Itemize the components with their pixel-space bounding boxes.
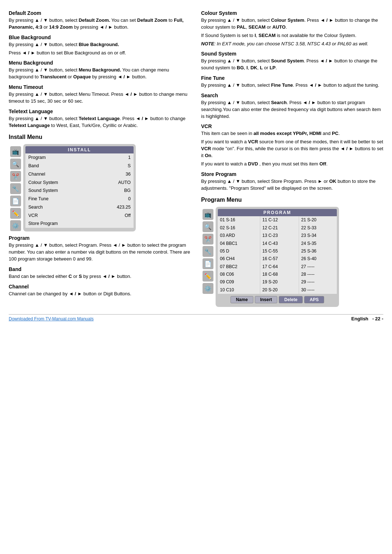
section-title-blue-background: Blue Background [9,34,191,40]
table-row: Fine Tune0 [25,195,134,203]
table-row: 06 CH416 C-5726 S-40 [218,255,337,263]
section-para-sound-system-0: By pressing ▲ / ▼ button, select Sound S… [201,58,383,71]
section-sound-system: Sound System By pressing ▲ / ▼ button, s… [201,51,383,71]
section-install-menu: Install Menu 📺 🔍 ✂️ 🔧 📄 ✏️ ⚙️ INSTALL [9,134,191,231]
table-row: Store Program [25,219,134,228]
icon-scissors: ✂️ [10,171,21,182]
section-title-install-menu: Install Menu [9,134,191,140]
section-para-default-zoom-0: By pressing ▲ / ▼ button, select Default… [9,17,191,31]
table-row: BandS [25,162,134,170]
section-search: Search By pressing ▲ / ▼ button, select … [201,93,383,120]
section-para-vcr-1: If you want to watch a VCR source from o… [201,139,383,159]
section-para-vcr-2: If you want to watch a DVD , then you mu… [201,161,383,168]
footer-page: English - 22 - [351,316,383,321]
section-para-colour-system-0: By pressing ▲ / ▼ button, select Colour … [201,17,383,31]
icon-tv: 📺 [10,146,21,157]
section-para-menu-background-0: By pressing ▲ / ▼ button, select Menu Ba… [9,67,191,81]
table-row: 02 S-1612 C-2122 S-33 [218,224,337,232]
btn-delete[interactable]: Delete [279,296,303,303]
program-menu-container: 📺 🔍 ✂️ 🔧 📄 ✏️ ⚙️ PROGRAM 01 S-1611 C-122… [201,207,383,307]
icon-document-pm: 📄 [203,258,213,269]
section-title-sound-system: Sound System [201,51,383,57]
left-column: Default Zoom By pressing ▲ / ▼ button, s… [9,7,191,311]
section-para-colour-system-note: NOTE: In EXT mode, you can choose NTSC 3… [201,41,383,48]
section-para-teletext-language-0: By pressing ▲ / ▼ button, select Teletex… [9,115,191,129]
icon-settings-pm: ⚙️ [203,283,213,294]
table-row: 08 C0618 C-6828 ----- [218,271,337,278]
section-para-vcr-0: This item can be seen in all modes excep… [201,130,383,137]
table-row: 04 BBC114 C-4324 S-35 [218,240,337,247]
btn-insert[interactable]: Insert [255,296,278,303]
section-band: Band Band can be selected either C or S … [9,266,191,280]
icon-scissors-pm: ✂️ [203,234,213,245]
section-title-colour-system: Colour System [201,10,383,16]
table-row: 03 ARD13 C-2323 S-34 [218,232,337,239]
icon-settings-round: ⚙️ [10,220,21,231]
section-channel: Channel Channel can be changed by ◄ / ► … [9,284,191,297]
table-row: 07 BBC217 C-6427 ----- [218,263,337,271]
install-menu-table: Program1 BandS Channel36 Colour SystemAU… [25,153,134,228]
table-row: VCROff [25,212,134,220]
table-row: Channel36 [25,170,134,178]
section-title-program-menu: Program Menu [201,197,383,203]
icon-pen-pm: ✏️ [203,271,213,282]
install-menu-icons: 📺 🔍 ✂️ 🔧 📄 ✏️ ⚙️ [10,146,21,231]
section-para-store-program-0: By pressing ▲ / ▼ button, select Store P… [201,178,383,192]
install-menu-outer: INSTALL Program1 BandS Channel36 Colour … [23,144,136,231]
section-title-menu-timeout: Menu Timeout [9,84,191,90]
icon-tv-pm: 📺 [203,209,213,220]
section-title-vcr: VCR [201,123,383,129]
icon-wrench: 🔧 [10,183,21,194]
table-row: 01 S-1611 C-1221 S-20 [218,216,337,224]
section-para-blue-background-0: By pressing ▲ / ▼ button, select Blue Ba… [9,41,191,48]
section-colour-system: Colour System By pressing ▲ / ▼ button, … [201,10,383,47]
icon-search-pm: 🔍 [203,221,213,232]
program-menu-icons: 📺 🔍 ✂️ 🔧 📄 ✏️ ⚙️ [203,209,213,294]
program-menu-buttons: Name Insert Delete APS [218,296,337,303]
section-teletext-language: Teletext Language By pressing ▲ / ▼ butt… [9,108,191,129]
icon-wrench-pm: 🔧 [203,246,213,257]
table-row: Search423.25 [25,203,134,212]
section-default-zoom: Default Zoom By pressing ▲ / ▼ button, s… [9,10,191,31]
section-menu-background: Menu Background By pressing ▲ / ▼ button… [9,60,191,81]
section-title-channel: Channel [9,284,191,290]
icon-search: 🔍 [10,159,21,169]
table-row: 05 D15 C-5525 S-36 [218,247,337,255]
program-table: 01 S-1611 C-1221 S-20 02 S-1612 C-2122 S… [218,216,337,294]
table-row: Program1 [25,153,134,162]
page-layout: Default Zoom By pressing ▲ / ▼ button, s… [9,7,383,311]
footer-link[interactable]: Downloaded From TV-Manual.com Manuals [9,316,94,321]
section-para-blue-background-1: Press ◄ / ► button to set Blue Backgroun… [9,50,191,57]
install-menu-title-bar: INSTALL [25,146,134,153]
btn-aps[interactable]: APS [304,296,324,303]
section-title-search: Search [201,93,383,98]
table-row: 09 C0919 S-2029 ----- [218,278,337,286]
section-title-program: Program [9,235,191,241]
section-title-default-zoom: Default Zoom [9,10,191,16]
icon-pen: ✏️ [10,208,21,219]
section-para-colour-system-1: If Sound System is set to I, SECAM is no… [201,32,383,39]
right-column: Colour System By pressing ▲ / ▼ button, … [201,7,383,311]
section-fine-tune: Fine Tune By pressing ▲ / ▼ button, sele… [201,75,383,89]
program-menu-title-bar: PROGRAM [218,209,337,216]
btn-name[interactable]: Name [230,296,253,303]
section-menu-timeout: Menu Timeout By pressing ▲ / ▼ button, s… [9,84,191,105]
page-footer: Downloaded From TV-Manual.com Manuals En… [9,314,383,321]
table-row: 10 C1020 S-2030 ----- [218,286,337,294]
section-program-menu: Program Menu 📺 🔍 ✂️ 🔧 📄 ✏️ ⚙️ PROGRAM [201,197,383,307]
section-title-teletext-language: Teletext Language [9,108,191,114]
section-title-fine-tune: Fine Tune [201,75,383,81]
section-para-channel-0: Channel can be changed by ◄ / ► button o… [9,291,191,297]
section-title-store-program: Store Program [201,171,383,177]
section-para-band-0: Band can be selected either C or S by pr… [9,273,191,280]
section-para-search-0: By pressing ▲ / ▼ button, select Search.… [201,99,383,120]
install-menu-container: 📺 🔍 ✂️ 🔧 📄 ✏️ ⚙️ INSTALL Program1 BandS [9,144,191,231]
section-title-band: Band [9,266,191,272]
icon-document: 📄 [10,196,21,206]
section-para-fine-tune-0: By pressing ▲ / ▼ button, select Fine Tu… [201,82,383,89]
section-program: Program By pressing ▲ / ▼ button, select… [9,235,191,263]
section-para-menu-timeout-0: By pressing ▲ / ▼ button, select Menu Ti… [9,91,191,105]
table-row: Colour SystemAUTO [25,178,134,187]
section-title-menu-background: Menu Background [9,60,191,66]
table-row: Sound SystemBG [25,186,134,195]
